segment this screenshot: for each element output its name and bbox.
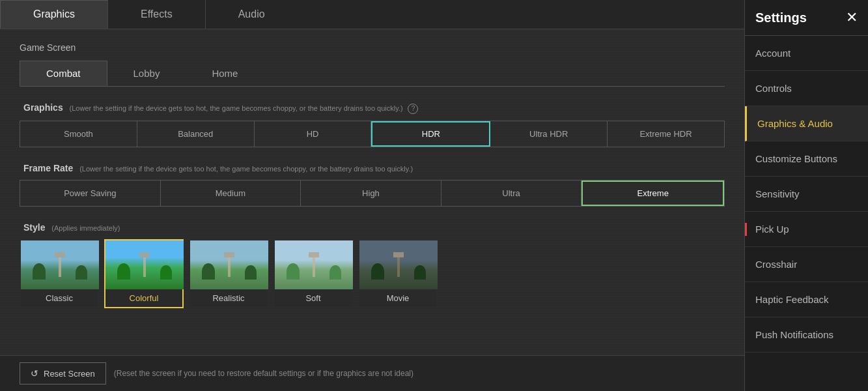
reset-button-label: Reset Screen xyxy=(44,369,95,379)
graphics-btn-hdr[interactable]: HDR xyxy=(371,121,490,147)
tab-audio[interactable]: Audio xyxy=(206,0,298,29)
frame-btn-ultra[interactable]: Ultra xyxy=(441,181,582,206)
sidebar-item-account[interactable]: Account xyxy=(745,36,868,71)
sidebar-item-haptic-feedback[interactable]: Haptic Feedback xyxy=(745,282,868,317)
frame-rate-label: Frame Rate (Lower the setting if the dev… xyxy=(20,163,725,173)
screen-tab-combat[interactable]: Combat xyxy=(20,61,107,86)
tree-right-soft xyxy=(329,265,341,280)
settings-sidebar: Settings ✕ Account Controls Graphics & A… xyxy=(744,0,868,391)
style-thumbs-container: Classic Colorful xyxy=(20,239,725,308)
reset-icon: ↺ xyxy=(31,368,38,379)
sidebar-item-push-notifications[interactable]: Push Notifications xyxy=(745,317,868,353)
tree-right-realistic xyxy=(245,265,257,280)
style-thumb-classic[interactable]: Classic xyxy=(20,239,99,308)
sidebar-item-graphics-audio[interactable]: Graphics & Audio xyxy=(745,106,868,141)
sidebar-item-sensitivity[interactable]: Sensitivity xyxy=(745,177,868,212)
style-thumb-img-classic xyxy=(21,240,99,289)
tree-left-soft xyxy=(287,263,300,280)
sidebar-item-sensitivity-label: Sensitivity xyxy=(755,188,800,199)
tree-right-classic xyxy=(76,265,87,280)
sidebar-header: Settings ✕ xyxy=(745,0,868,36)
main-content: Graphics Effects Audio Game Screen Comba… xyxy=(0,0,744,391)
sidebar-item-customize-buttons-label: Customize Buttons xyxy=(755,153,837,164)
graphics-quality-label: Graphics (Lower the setting if the devic… xyxy=(20,102,725,114)
tab-effects[interactable]: Effects xyxy=(108,0,206,29)
style-thumb-realistic[interactable]: Realistic xyxy=(189,239,268,308)
style-thumb-img-colorful xyxy=(105,240,184,289)
tower-classic xyxy=(59,257,61,277)
style-thumb-colorful[interactable]: Colorful xyxy=(104,239,184,308)
style-section: Style (Applies immediately) Classic xyxy=(20,222,725,308)
style-label-realistic: Realistic xyxy=(190,289,267,307)
sidebar-item-push-notifications-label: Push Notifications xyxy=(755,329,833,340)
tree-right-movie xyxy=(414,265,426,280)
style-thumb-img-movie xyxy=(359,240,438,289)
style-label-soft: Soft xyxy=(275,289,352,307)
graphics-quality-group: Smooth Balanced HD HDR Ultra HDR Extreme… xyxy=(20,121,725,147)
screen-tabs: Combat Lobby Home xyxy=(20,61,725,87)
tab-graphics[interactable]: Graphics xyxy=(0,0,108,29)
frame-btn-high[interactable]: High xyxy=(301,181,441,206)
graphics-help-icon[interactable]: ? xyxy=(408,104,418,114)
game-screen-label: Game Screen xyxy=(20,42,725,53)
graphics-btn-hd[interactable]: HD xyxy=(255,121,372,147)
reset-hint-text: (Reset the screen if you need to restore… xyxy=(114,369,413,378)
style-label-movie: Movie xyxy=(359,289,436,307)
style-thumb-img-realistic xyxy=(190,240,268,289)
sidebar-item-graphics-audio-label: Graphics & Audio xyxy=(757,118,833,129)
sidebar-item-pick-up[interactable]: Pick Up xyxy=(745,212,868,247)
frame-rate-group: Power Saving Medium High Ultra Extreme xyxy=(20,180,725,207)
top-tabs-bar: Graphics Effects Audio xyxy=(0,0,744,29)
sidebar-item-controls[interactable]: Controls xyxy=(745,71,868,106)
tree-left-classic xyxy=(33,263,46,280)
tree-left-movie xyxy=(371,263,384,280)
sidebar-item-account-label: Account xyxy=(755,48,791,59)
tower-soft xyxy=(313,257,315,277)
style-thumb-img-soft xyxy=(275,240,353,289)
style-thumb-soft[interactable]: Soft xyxy=(273,239,353,308)
close-button[interactable]: ✕ xyxy=(846,9,858,26)
frame-btn-medium[interactable]: Medium xyxy=(161,181,301,206)
style-thumb-movie[interactable]: Movie xyxy=(358,239,438,308)
graphics-btn-balanced[interactable]: Balanced xyxy=(137,121,255,147)
screen-tab-lobby[interactable]: Lobby xyxy=(107,61,186,86)
tower-colorful xyxy=(143,257,146,277)
sidebar-title: Settings xyxy=(755,10,807,25)
sidebar-item-pick-up-label: Pick Up xyxy=(755,224,789,235)
sidebar-item-controls-label: Controls xyxy=(755,83,792,94)
reset-screen-button[interactable]: ↺ Reset Screen xyxy=(20,362,106,384)
sidebar-item-haptic-feedback-label: Haptic Feedback xyxy=(755,294,829,305)
sidebar-item-customize-buttons[interactable]: Customize Buttons xyxy=(745,141,868,177)
style-label-header: Style (Applies immediately) xyxy=(20,222,725,233)
tree-left-realistic xyxy=(202,263,215,280)
screen-tab-home[interactable]: Home xyxy=(186,61,264,86)
tree-right-colorful xyxy=(160,265,172,280)
tree-left-colorful xyxy=(117,263,130,280)
graphics-btn-smooth[interactable]: Smooth xyxy=(20,121,137,147)
tower-movie xyxy=(397,257,400,277)
frame-rate-section: Frame Rate (Lower the setting if the dev… xyxy=(20,163,725,207)
sidebar-items-list: Account Controls Graphics & Audio Custom… xyxy=(745,36,868,391)
style-label-colorful: Colorful xyxy=(105,289,182,307)
style-label-classic: Classic xyxy=(21,289,98,307)
graphics-btn-ultra-hdr[interactable]: Ultra HDR xyxy=(490,121,608,147)
sidebar-item-crosshair-label: Crosshair xyxy=(755,259,797,270)
frame-btn-extreme[interactable]: Extreme xyxy=(581,181,724,206)
sidebar-item-crosshair[interactable]: Crosshair xyxy=(745,247,868,282)
content-body: Game Screen Combat Lobby Home Graphics (… xyxy=(0,29,744,355)
reset-bar: ↺ Reset Screen (Reset the screen if you … xyxy=(0,355,744,391)
graphics-btn-extreme-hdr[interactable]: Extreme HDR xyxy=(608,121,724,147)
graphics-quality-section: Graphics (Lower the setting if the devic… xyxy=(20,102,725,147)
tower-realistic xyxy=(228,257,231,277)
frame-btn-power-saving[interactable]: Power Saving xyxy=(20,181,161,206)
